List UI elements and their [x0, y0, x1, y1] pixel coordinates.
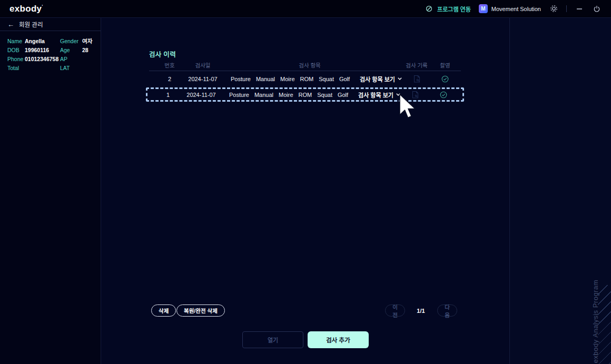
patient-field-value [82, 65, 101, 71]
patient-field-label: Name [7, 38, 25, 44]
exam-item: ROM [299, 92, 312, 98]
exam-item: Golf [339, 76, 350, 82]
exam-history-table: 번호 검사일 검사 항목 검사 기록 촬영 2 2024-11-07 Postu… [149, 60, 461, 102]
sidebar: ← 회원 관리 Name Angella Gender 여자 DOB 19960… [0, 18, 101, 364]
exam-record-icon [406, 75, 427, 83]
patient-field-value [25, 65, 60, 71]
exam-record-icon [405, 91, 426, 99]
open-button[interactable]: 열기 [242, 331, 303, 348]
main-content: 검사 이력 번호 검사일 검사 항목 검사 기록 촬영 2 2024-11-07… [102, 18, 509, 364]
exam-item: Manual [254, 92, 273, 98]
movement-solution-icon: M [479, 4, 488, 13]
app-name: Movement Solution [491, 6, 541, 12]
patient-field-label: Phone [7, 56, 25, 62]
dropdown-label: 검사 항목 보기 [360, 75, 395, 83]
patient-field-label: DOB [7, 47, 25, 53]
row-date: 2024-11-07 [181, 92, 221, 98]
program-link-label: 프로그램 연동 [437, 5, 471, 13]
table-header-row: 번호 검사일 검사 항목 검사 기록 촬영 [149, 60, 461, 70]
patient-info: Name Angella Gender 여자 DOB 19960116 Age … [0, 31, 101, 71]
app-logo: exbody' [9, 4, 43, 14]
column-header-items: 검사 항목 [231, 61, 389, 69]
exam-item: Squat [317, 92, 332, 98]
patient-field-value: 28 [82, 47, 101, 53]
exam-item: Squat [319, 76, 334, 82]
patient-field-value: 01012346758 [25, 56, 60, 62]
minimize-icon[interactable] [575, 4, 584, 14]
exam-item: Golf [338, 92, 348, 98]
topbar: exbody' 프로그램 연동 M Movement Solution [0, 0, 611, 18]
patient-field-value [82, 56, 101, 62]
dropdown-label: 검사 항목 보기 [358, 91, 393, 99]
patient-field-label: Age [60, 47, 82, 53]
patient-field-label: AP [60, 56, 82, 62]
section-title: 검사 이력 [149, 49, 176, 59]
chevron-down-icon [398, 77, 402, 80]
column-header-shoot: 촬영 [435, 61, 456, 69]
row-exam-items: Posture Manual Moire ROM Squat Golf [229, 92, 348, 98]
topbar-divider [566, 5, 567, 12]
link-icon [424, 4, 433, 14]
exam-items-dropdown[interactable]: 검사 항목 보기 [353, 91, 406, 99]
power-icon[interactable] [592, 4, 602, 14]
movement-solution-app[interactable]: M Movement Solution [479, 4, 541, 13]
exam-item: Posture [231, 76, 251, 82]
patient-field-value: 19960116 [25, 47, 60, 53]
shoot-complete-icon [435, 75, 456, 83]
patient-field-value: 여자 [82, 38, 101, 44]
exam-item: Posture [229, 92, 249, 98]
right-decoration-panel: exbody Analysis Program [509, 18, 611, 364]
back-to-member-management[interactable]: ← 회원 관리 [0, 18, 101, 31]
table-row[interactable]: 2 2024-11-07 Posture Manual Moire ROM Sq… [149, 71, 461, 86]
sidebar-title: 회원 관리 [19, 20, 43, 28]
gear-icon[interactable] [549, 4, 558, 14]
patient-field-label: Total [7, 65, 25, 71]
exam-item: ROM [300, 76, 314, 82]
patient-field-label: LAT [60, 65, 82, 71]
page-indicator: 1/1 [405, 304, 437, 317]
logo-trademark: ' [42, 4, 43, 9]
add-exam-button[interactable]: 검사 추가 [308, 331, 369, 348]
restore-delete-button[interactable]: 복원/완전 삭제 [176, 304, 225, 317]
pagination-prev-button[interactable]: 이전 [385, 304, 405, 317]
exam-item: Manual [256, 76, 275, 82]
exam-item: Moire [280, 76, 295, 82]
row-exam-items: Posture Manual Moire ROM Squat Golf [231, 76, 350, 82]
diagonal-hatch-decoration [598, 285, 611, 364]
shoot-complete-icon [433, 91, 454, 99]
column-header-date: 검사일 [183, 61, 223, 69]
exam-item: Moire [279, 92, 293, 98]
patient-field-label: Gender [60, 38, 82, 44]
chevron-down-icon [396, 93, 400, 96]
row-date: 2024-11-07 [183, 76, 223, 82]
back-arrow-icon: ← [7, 21, 14, 28]
exam-items-dropdown[interactable]: 검사 항목 보기 [354, 75, 407, 83]
program-link[interactable]: 프로그램 연동 [424, 4, 471, 14]
patient-field-value: Angella [25, 38, 60, 44]
delete-button[interactable]: 삭제 [151, 304, 176, 317]
column-header-record: 검사 기록 [401, 61, 432, 69]
pagination-next-button[interactable]: 다음 [437, 304, 457, 317]
table-row-selected[interactable]: 1 2024-11-07 Posture Manual Moire ROM Sq… [146, 87, 464, 102]
